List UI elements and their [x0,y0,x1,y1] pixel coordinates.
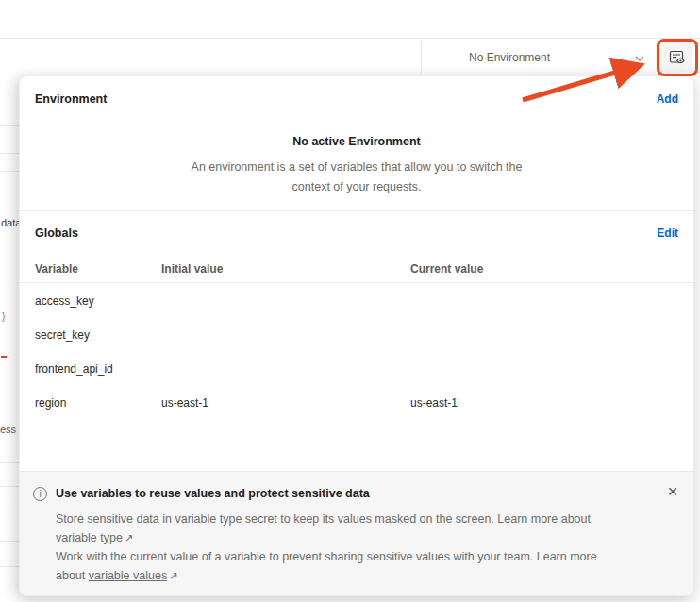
background-divider [0,153,19,154]
add-environment-link[interactable]: Add [657,92,678,106]
environment-quick-look-icon[interactable] [661,42,693,73]
environment-bar: No Environment [0,39,700,75]
environment-section-title: Environment [35,92,107,106]
environment-selector[interactable]: No Environment [425,39,652,75]
environment-selector-value: No Environment [469,51,550,64]
variable-name: secret_key [20,328,161,342]
toolbar-divider [421,41,422,74]
background-divider [0,486,19,487]
background-divider [0,171,19,172]
background-text-fragment: ess [0,424,19,435]
variable-initial-value: us-east-1 [161,396,410,410]
column-header-initial-value: Initial value [161,262,410,276]
external-link-icon: ↗ [169,566,177,585]
variable-values-link[interactable]: variable values [89,569,167,582]
column-header-variable: Variable [20,262,161,276]
background-divider [0,125,19,126]
variables-info-banner: i Use variables to reuse values and prot… [20,471,693,596]
external-link-icon: ↗ [125,528,133,547]
globals-header: Globals Edit [20,210,693,255]
globals-table-header: Variable Initial value Current value [20,255,693,282]
variable-type-link[interactable]: variable type [56,531,123,544]
empty-environment-state: No active Environment An environment is … [20,135,693,197]
table-header-divider [20,282,693,283]
info-banner-title: Use variables to reuse values and protec… [56,487,370,500]
table-row[interactable]: access_key [20,284,693,318]
environment-panel: Environment Add No active Environment An… [19,75,694,596]
table-row[interactable]: frontend_api_id [20,352,693,386]
variable-name: region [20,396,161,410]
globals-section-title: Globals [35,226,78,240]
column-header-current-value: Current value [410,262,693,276]
table-row[interactable]: secret_key [20,318,693,352]
background-divider [0,510,19,510]
variable-name: frontend_api_id [20,362,161,376]
globals-table: access_key secret_key frontend_api_id re… [20,284,693,420]
background-divider [0,462,19,463]
table-row[interactable]: region us-east-1 us-east-1 [20,386,693,420]
top-bar [0,0,700,39]
background-brace-fragment: } [2,310,21,322]
panel-header: Environment Add [20,76,693,122]
close-icon[interactable]: ✕ [667,484,678,499]
info-banner-body: Store sensitive data in variable type se… [56,510,622,585]
background-divider [0,541,19,542]
edit-globals-link[interactable]: Edit [657,226,678,240]
background-divider [0,566,19,567]
variable-name: access_key [20,294,161,308]
chevron-down-icon [635,50,644,64]
empty-state-description: An environment is a set of variables tha… [20,158,693,197]
info-circle-icon: i [33,487,47,501]
background-error-mark [1,356,7,358]
background-text-fragment: data [1,217,20,228]
variable-current-value: us-east-1 [410,396,693,410]
empty-state-title: No active Environment [20,135,693,148]
